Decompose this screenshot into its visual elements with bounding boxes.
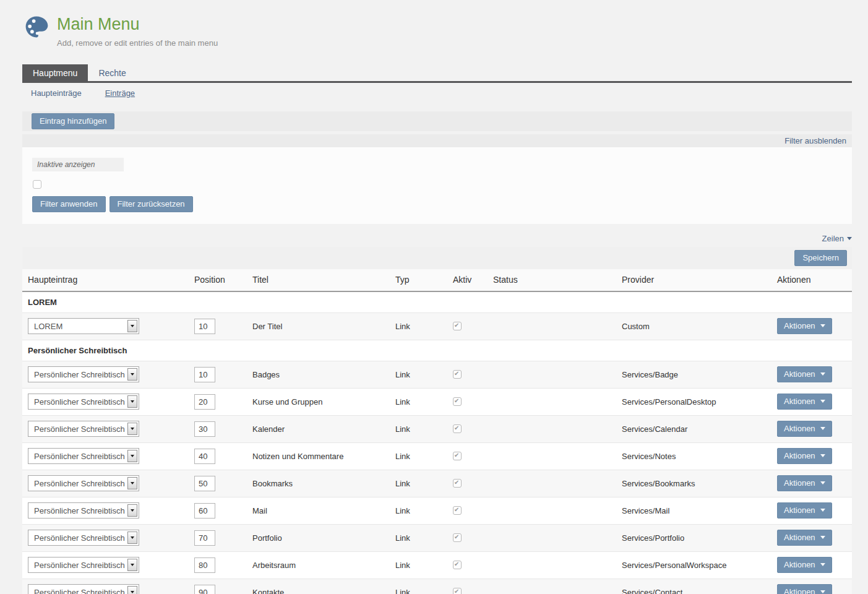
row-actions-button[interactable]: Aktionen <box>777 394 832 410</box>
typ-cell: Link <box>395 579 453 594</box>
inactive-filter-label: Inaktive anzeigen <box>32 158 124 171</box>
caret-down-icon <box>820 590 825 593</box>
subtab-eintraege[interactable]: Einträge <box>105 88 135 98</box>
caret-down-icon <box>820 324 825 327</box>
parent-select[interactable]: Persönlicher Schreibtisch <box>28 366 139 382</box>
status-cell <box>493 470 622 497</box>
provider-cell: Services/Bookmarks <box>622 470 777 497</box>
aktiv-checkbox[interactable] <box>453 452 462 460</box>
dropdown-arrow-icon[interactable] <box>127 532 137 544</box>
titel-cell: Kalender <box>252 415 395 442</box>
apply-filter-button[interactable]: Filter anwenden <box>32 196 106 212</box>
reset-filter-button[interactable]: Filter zurücksetzen <box>110 196 193 212</box>
dropdown-arrow-icon[interactable] <box>127 504 137 517</box>
toolbar: Eintrag hinzufügen <box>22 111 852 131</box>
save-button[interactable]: Speichern <box>794 250 847 266</box>
filter-buttons: Filter anwenden Filter zurücksetzen <box>32 196 842 212</box>
caret-down-icon <box>820 372 825 376</box>
column-header-position: Position <box>194 269 252 291</box>
row-actions-button-label: Aktionen <box>784 587 817 594</box>
parent-select[interactable]: Persönlicher Schreibtisch <box>28 448 139 464</box>
caret-down-icon <box>847 237 852 240</box>
page: Main Menu Add, remove or edit entries of… <box>0 0 868 594</box>
row-actions-button[interactable]: Aktionen <box>777 318 832 334</box>
dropdown-arrow-icon[interactable] <box>127 559 137 571</box>
subtab-haupteintraege[interactable]: Haupteinträge <box>31 88 82 98</box>
row-actions-button-label: Aktionen <box>784 321 817 330</box>
aktiv-checkbox[interactable] <box>453 588 462 594</box>
hide-filter-link[interactable]: Filter ausblenden <box>784 136 846 145</box>
parent-select[interactable]: Persönlicher Schreibtisch <box>28 584 139 594</box>
add-entry-button[interactable]: Eintrag hinzufügen <box>32 113 114 129</box>
parent-select[interactable]: Persönlicher Schreibtisch <box>28 421 139 437</box>
column-header-titel: Titel <box>252 269 395 291</box>
aktiv-checkbox[interactable] <box>453 424 462 433</box>
rows-dropdown[interactable]: Zeilen <box>822 234 852 243</box>
position-input[interactable] <box>194 421 215 437</box>
position-input[interactable] <box>194 585 215 594</box>
dropdown-arrow-icon[interactable] <box>127 320 137 332</box>
subtab-bar: Haupteinträge Einträge <box>22 83 852 106</box>
position-input[interactable] <box>194 476 215 491</box>
row-actions-button[interactable]: Aktionen <box>777 475 832 491</box>
parent-select[interactable]: Persönlicher Schreibtisch <box>28 502 139 519</box>
parent-select[interactable]: Persönlicher Schreibtisch <box>28 530 139 546</box>
position-input[interactable] <box>194 394 215 410</box>
aktiv-checkbox[interactable] <box>453 533 462 542</box>
row-actions-button[interactable]: Aktionen <box>777 448 832 464</box>
tab-rechte[interactable]: Rechte <box>88 64 136 81</box>
parent-select-value: Persönlicher Schreibtisch <box>28 479 125 488</box>
dropdown-arrow-icon[interactable] <box>127 368 137 381</box>
position-input[interactable] <box>194 503 215 519</box>
entries-table: Haupteintrag Position Titel Typ Aktiv St… <box>22 269 852 594</box>
row-actions-button[interactable]: Aktionen <box>777 366 832 382</box>
status-cell <box>493 524 622 551</box>
parent-select[interactable]: Persönlicher Schreibtisch <box>28 475 139 491</box>
row-actions-button[interactable]: Aktionen <box>777 421 832 437</box>
titel-cell: Notizen und Kommentare <box>252 442 395 470</box>
status-cell <box>493 551 622 579</box>
group-header-row: Persönlicher Schreibtisch <box>22 340 852 361</box>
table-row: Persönlicher Schreibtisch Bookmarks Link… <box>22 470 852 497</box>
aktiv-checkbox[interactable] <box>453 479 462 488</box>
parent-select-value: Persönlicher Schreibtisch <box>28 533 125 543</box>
typ-cell: Link <box>395 415 453 442</box>
position-input[interactable] <box>194 367 215 382</box>
parent-select[interactable]: LOREM <box>28 318 139 334</box>
provider-cell: Services/Badge <box>622 361 777 388</box>
status-cell <box>493 361 622 388</box>
row-actions-button-label: Aktionen <box>784 369 817 379</box>
aktiv-checkbox[interactable] <box>453 322 462 330</box>
dropdown-arrow-icon[interactable] <box>127 450 137 462</box>
dropdown-arrow-icon[interactable] <box>127 477 137 489</box>
titel-cell: Mail <box>252 497 395 524</box>
row-actions-button[interactable]: Aktionen <box>777 502 832 519</box>
titel-cell: Badges <box>252 361 395 388</box>
parent-select[interactable]: Persönlicher Schreibtisch <box>28 557 139 573</box>
dropdown-arrow-icon[interactable] <box>127 586 137 594</box>
position-input[interactable] <box>194 449 215 464</box>
row-actions-button-label: Aktionen <box>784 451 817 460</box>
typ-cell: Link <box>395 497 453 524</box>
position-input[interactable] <box>194 530 215 546</box>
caret-down-icon <box>820 481 825 484</box>
provider-cell: Services/Mail <box>622 497 777 524</box>
row-actions-button[interactable]: Aktionen <box>777 530 832 546</box>
row-actions-button[interactable]: Aktionen <box>777 584 832 594</box>
dropdown-arrow-icon[interactable] <box>127 395 137 408</box>
aktiv-checkbox[interactable] <box>453 397 462 406</box>
tab-bar: Hauptmenu Rechte <box>22 64 852 83</box>
tab-hauptmenu[interactable]: Hauptmenu <box>22 64 88 81</box>
row-actions-button[interactable]: Aktionen <box>777 557 832 573</box>
titel-cell: Kontakte <box>252 579 395 594</box>
entries-table-box: Speichern Haupteintrag Position Titel Ty… <box>22 247 852 594</box>
aktiv-checkbox[interactable] <box>453 370 462 379</box>
inactive-checkbox[interactable] <box>33 180 41 189</box>
position-input[interactable] <box>194 557 215 573</box>
parent-select[interactable]: Persönlicher Schreibtisch <box>28 394 139 410</box>
position-input[interactable] <box>194 319 215 334</box>
aktiv-checkbox[interactable] <box>453 506 462 515</box>
provider-cell: Services/PersonalDesktop <box>622 388 777 415</box>
aktiv-checkbox[interactable] <box>453 561 462 569</box>
dropdown-arrow-icon[interactable] <box>127 423 137 435</box>
